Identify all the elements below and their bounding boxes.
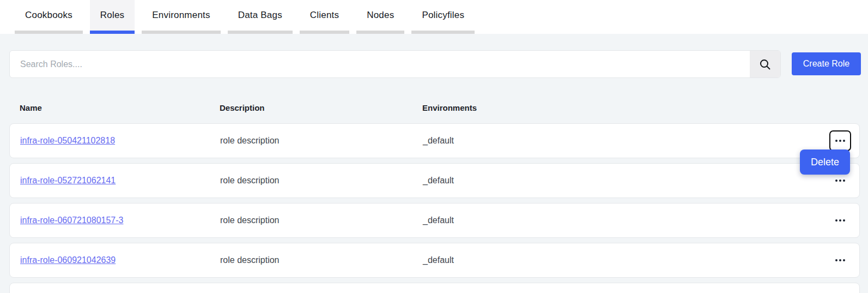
table-row: infra-role-060721080157-3 role descripti… [9,203,860,238]
role-description: role description [220,204,280,237]
search-input[interactable] [10,51,750,77]
column-header-description: Description [220,101,265,115]
row-menu-button[interactable] [829,130,851,151]
tab-data-bags[interactable]: Data Bags [228,0,293,34]
role-environment: _default [423,204,454,237]
role-link[interactable]: infra-role-052721062141 [20,176,116,186]
ellipsis-icon [835,259,837,261]
column-header-name: Name [20,101,42,115]
tab-policyfiles[interactable]: Policyfiles [411,0,475,34]
tab-environments[interactable]: Environments [142,0,220,34]
delete-menu-item[interactable]: Delete [800,150,850,175]
table-header: Name Description Environments [0,101,868,115]
search-bar [9,50,781,78]
ellipsis-icon [835,140,837,142]
search-icon [759,58,771,70]
role-environment: _default [423,243,454,277]
table-row: infra-role-052721062141 role description… [9,163,860,198]
tab-nodes[interactable]: Nodes [356,0,404,34]
tab-cookbooks[interactable]: Cookbooks [15,0,83,34]
tab-clients[interactable]: Clients [300,0,349,34]
role-description: role description [220,164,280,198]
row-menu-button[interactable] [829,250,851,271]
tab-bar: Cookbooks Roles Environments Data Bags C… [0,0,868,34]
role-link[interactable]: infra-role-050421102818 [20,136,115,146]
create-role-button[interactable]: Create Role [792,52,861,75]
table-row [9,283,860,293]
table-row: infra-role-050421102818 role description… [9,123,860,158]
row-menu-button[interactable] [829,210,851,231]
role-environment: _default [423,164,454,198]
table-row: infra-role-060921042639 role description… [9,243,860,278]
ellipsis-icon [835,180,837,182]
search-button[interactable] [750,51,780,77]
tab-roles[interactable]: Roles [90,0,135,34]
role-environment: _default [423,124,454,158]
role-description: role description [220,124,280,158]
role-description: role description [220,243,280,277]
role-link[interactable]: infra-role-060721080157-3 [20,216,123,225]
column-header-environments: Environments [422,101,477,115]
role-link[interactable]: infra-role-060921042639 [20,255,116,265]
ellipsis-icon [835,219,837,222]
